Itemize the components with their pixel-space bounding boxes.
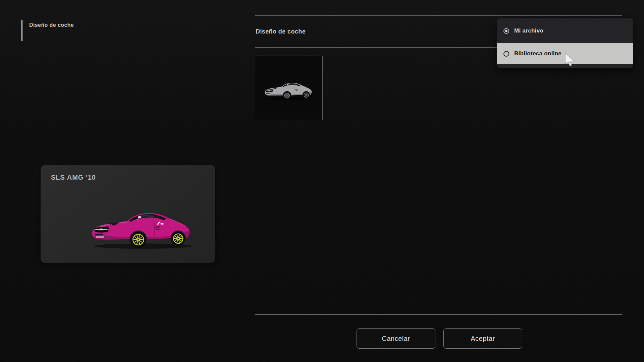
title-accent-bar — [21, 20, 22, 41]
screen-title: Diseño de coche — [29, 22, 74, 41]
dropdown-option-mi-archivo[interactable]: Mi archivo — [497, 18, 633, 43]
design-thumbnail-slot[interactable] — [255, 56, 323, 120]
screen-title-block: Diseño de coche — [21, 20, 74, 41]
radio-unselected-icon[interactable] — [503, 51, 509, 57]
file-source-dropdown: Mi archivo Biblioteca online — [497, 18, 633, 68]
dropdown-option-label: Biblioteca online — [514, 50, 561, 57]
livery-card-title: SLS AMG '10 — [51, 174, 96, 181]
panel-top-divider — [255, 15, 622, 16]
footer-divider — [255, 314, 622, 315]
screen-bottom-edge — [0, 359, 644, 359]
car-image-pink — [90, 209, 194, 251]
livery-card[interactable]: SLS AMG '10 — [41, 165, 215, 263]
car-image-silver — [264, 81, 314, 101]
accept-button[interactable]: Aceptar — [443, 328, 522, 349]
dropdown-option-biblioteca-online[interactable]: Biblioteca online — [497, 43, 633, 64]
cancel-button[interactable]: Cancelar — [357, 328, 435, 349]
dropdown-option-label: Mi archivo — [514, 27, 543, 34]
panel-header: Diseño de coche — [256, 28, 306, 35]
radio-selected-icon[interactable] — [503, 28, 509, 34]
